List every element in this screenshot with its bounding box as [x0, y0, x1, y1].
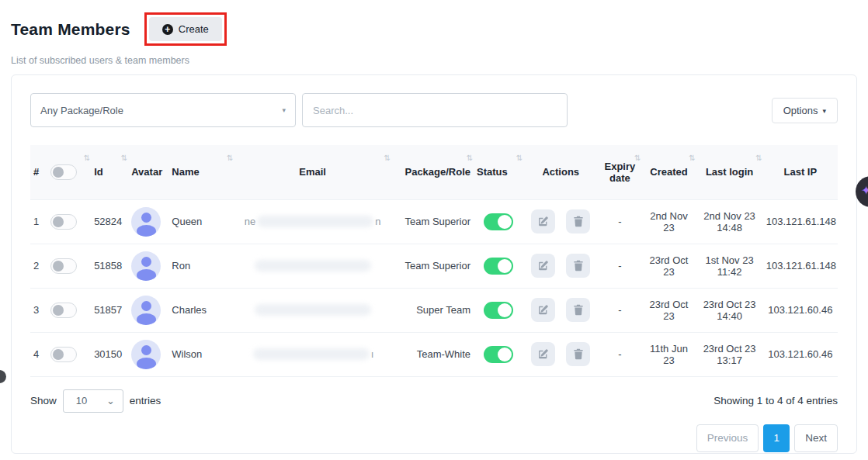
status-toggle[interactable]: [484, 346, 513, 363]
trash-icon: [573, 348, 584, 360]
column-header-status[interactable]: Status ⇅: [474, 145, 523, 199]
created-date: 23rd Oct 23: [641, 244, 696, 288]
select-all-toggle[interactable]: [50, 164, 77, 180]
row-select-toggle[interactable]: [50, 303, 77, 318]
member-id: 51858: [91, 244, 128, 288]
redacted-email: [257, 216, 373, 227]
sort-icon: ⇅: [384, 154, 390, 162]
sort-icon: ⇅: [467, 154, 473, 162]
left-edge-dot: [0, 370, 6, 383]
edit-icon: [537, 216, 549, 227]
table-row: 3 51857 Charles Super Team - 23rd Oct 23…: [30, 288, 838, 332]
page-header: Team Members + Create: [0, 0, 868, 46]
column-header-last-login[interactable]: Last login ⇅: [696, 145, 763, 199]
row-select-toggle[interactable]: [50, 258, 77, 274]
last-ip: 103.121.60.46: [763, 288, 838, 332]
edit-button[interactable]: [531, 342, 555, 366]
table-row: 2 51858 Ron Team Superior - 23rd Oct 23 …: [30, 244, 838, 288]
avatar: [131, 340, 161, 369]
email-fragment: n: [375, 216, 380, 227]
status-toggle[interactable]: [484, 213, 513, 230]
sort-icon: ⇅: [121, 154, 127, 162]
row-select-toggle[interactable]: [50, 214, 77, 230]
member-name: Wilson: [168, 332, 234, 376]
avatar: [131, 207, 161, 237]
members-table: # ⇅ Id ⇅ Avatar Name ⇅ Email ⇅ Package/R…: [30, 145, 838, 377]
caret-down-icon: ▾: [282, 106, 286, 114]
delete-button[interactable]: [566, 342, 590, 366]
column-header-expiry[interactable]: Expiry date ⇅: [598, 145, 641, 199]
sort-icon: ⇅: [755, 154, 762, 162]
member-id: 51857: [91, 288, 128, 332]
edit-button[interactable]: [531, 254, 555, 278]
sort-icon: ⇅: [634, 154, 641, 162]
row-number: 1: [30, 199, 47, 244]
delete-button[interactable]: [566, 254, 590, 278]
column-header-id[interactable]: Id ⇅: [91, 145, 128, 199]
create-button-label: Create: [179, 23, 209, 35]
email-fragment: ne: [245, 216, 255, 227]
page-size-group: Show 10 ⌄ entries: [30, 389, 161, 413]
redacted-email: [253, 348, 370, 360]
delete-button[interactable]: [566, 298, 590, 322]
created-date: 23rd Oct 23: [641, 288, 696, 332]
page-subtitle: List of subscribed users & team members: [11, 55, 868, 66]
redacted-email: [255, 304, 371, 316]
package-role-selected-value: Any Package/Role: [40, 105, 123, 116]
column-header-created[interactable]: Created ⇅: [641, 145, 696, 199]
column-header-email[interactable]: Email ⇅: [234, 145, 391, 199]
status-toggle[interactable]: [484, 302, 513, 319]
column-header-last-ip: Last IP: [763, 145, 838, 199]
table-row: 4 30150 Wilson ı Team-White - 11th Jun 2…: [30, 332, 838, 376]
table-footer: Show 10 ⌄ entries Showing 1 to 4 of 4 en…: [30, 389, 838, 413]
assistant-fab-button[interactable]: ✦: [856, 176, 868, 207]
page-size-select[interactable]: 10 ⌄: [63, 389, 123, 413]
expiry-date: -: [598, 199, 641, 244]
edit-button[interactable]: [531, 298, 555, 322]
edit-icon: [537, 348, 549, 360]
filter-row: Any Package/Role ▾ Options ▾: [30, 93, 838, 127]
last-login: 2nd Nov 23 14:48: [696, 199, 763, 244]
status-toggle[interactable]: [484, 258, 513, 275]
search-input[interactable]: [302, 93, 568, 127]
edit-icon: [537, 260, 549, 272]
package-role-select[interactable]: Any Package/Role ▾: [30, 93, 296, 127]
expiry-date: -: [598, 288, 641, 332]
member-package: Super Team: [391, 288, 474, 332]
page-size-value: 10: [76, 395, 87, 406]
sort-icon: ⇅: [84, 154, 90, 162]
row-number: 4: [30, 332, 47, 376]
next-page-button[interactable]: Next: [794, 424, 838, 452]
row-number: 3: [30, 288, 47, 332]
edit-button[interactable]: [531, 209, 555, 233]
chevron-down-icon: ⌄: [106, 399, 115, 403]
last-ip: 103.121.61.148: [763, 244, 838, 288]
options-button[interactable]: Options ▾: [772, 98, 838, 123]
column-header-name[interactable]: Name ⇅: [168, 145, 234, 199]
create-button-annotation: + Create: [144, 12, 227, 46]
row-select-toggle[interactable]: [50, 347, 77, 362]
show-label: Show: [30, 395, 57, 406]
create-button[interactable]: + Create: [149, 17, 222, 41]
avatar: [131, 296, 161, 325]
expiry-date: -: [598, 332, 641, 376]
column-header-select-all[interactable]: ⇅: [47, 145, 91, 199]
email-fragment: ı: [371, 348, 374, 360]
column-header-avatar: Avatar: [128, 145, 168, 199]
member-name: Charles: [168, 288, 234, 332]
trash-icon: [573, 216, 584, 227]
delete-button[interactable]: [566, 209, 590, 233]
member-package: Team-White: [391, 332, 474, 376]
sparkle-icon: ✦: [861, 183, 868, 198]
sort-icon: ⇅: [689, 154, 695, 162]
members-card: Any Package/Role ▾ Options ▾ #: [11, 74, 857, 454]
column-header-package[interactable]: Package/Role ⇅: [391, 145, 474, 199]
edit-icon: [537, 304, 549, 316]
entries-label: entries: [130, 395, 161, 406]
previous-page-button[interactable]: Previous: [696, 424, 759, 452]
redacted-email: [255, 260, 371, 272]
page-1-button[interactable]: 1: [763, 424, 790, 452]
trash-icon: [573, 260, 584, 272]
avatar: [131, 251, 161, 281]
expiry-date: -: [598, 244, 641, 288]
